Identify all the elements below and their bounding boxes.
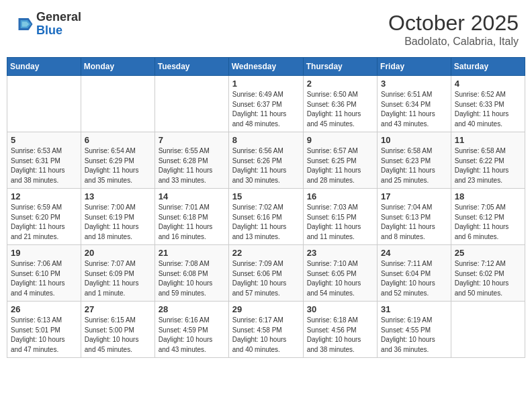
calendar-cell: 16Sunrise: 7:03 AM Sunset: 6:15 PM Dayli… (303, 189, 377, 245)
day-info: Sunrise: 7:07 AM Sunset: 6:09 PM Dayligh… (85, 259, 151, 298)
day-number: 1 (232, 79, 300, 89)
location-title: Badolato, Calabria, Italy (388, 36, 519, 48)
day-info: Sunrise: 6:59 AM Sunset: 6:20 PM Dayligh… (11, 203, 77, 242)
calendar-cell: 23Sunrise: 7:10 AM Sunset: 6:05 PM Dayli… (303, 245, 377, 302)
day-info: Sunrise: 6:17 AM Sunset: 4:58 PM Dayligh… (232, 316, 300, 355)
day-info: Sunrise: 7:08 AM Sunset: 6:08 PM Dayligh… (159, 259, 225, 298)
day-number: 28 (159, 304, 225, 314)
page-header: General Blue October 2025 Badolato, Cala… (7, 7, 525, 52)
day-info: Sunrise: 6:53 AM Sunset: 6:31 PM Dayligh… (11, 146, 77, 185)
day-number: 11 (455, 135, 521, 145)
day-number: 18 (455, 191, 521, 201)
day-header-wednesday: Wednesday (228, 58, 303, 76)
calendar-cell: 12Sunrise: 6:59 AM Sunset: 6:20 PM Dayli… (7, 189, 81, 245)
day-number: 19 (11, 248, 77, 258)
calendar-cell (451, 302, 525, 358)
day-header-saturday: Saturday (451, 58, 525, 76)
calendar-header-row: SundayMondayTuesdayWednesdayThursdayFrid… (7, 58, 525, 76)
day-number: 13 (85, 191, 151, 201)
day-number: 5 (11, 135, 77, 145)
title-block: October 2025 Badolato, Calabria, Italy (388, 11, 519, 48)
calendar-cell: 8Sunrise: 6:56 AM Sunset: 6:26 PM Daylig… (228, 132, 303, 189)
calendar-cell: 27Sunrise: 6:15 AM Sunset: 5:00 PM Dayli… (81, 302, 154, 358)
day-info: Sunrise: 6:50 AM Sunset: 6:36 PM Dayligh… (307, 90, 373, 129)
calendar-week-2: 5Sunrise: 6:53 AM Sunset: 6:31 PM Daylig… (7, 132, 525, 189)
day-info: Sunrise: 6:15 AM Sunset: 5:00 PM Dayligh… (85, 316, 151, 355)
calendar-cell: 31Sunrise: 6:19 AM Sunset: 4:55 PM Dayli… (378, 302, 451, 358)
calendar-table: SundayMondayTuesdayWednesdayThursdayFrid… (7, 57, 525, 358)
day-info: Sunrise: 6:58 AM Sunset: 6:22 PM Dayligh… (455, 146, 521, 185)
day-info: Sunrise: 6:55 AM Sunset: 6:28 PM Dayligh… (159, 146, 225, 185)
calendar-cell: 29Sunrise: 6:17 AM Sunset: 4:58 PM Dayli… (228, 302, 303, 358)
calendar-cell: 19Sunrise: 7:06 AM Sunset: 6:10 PM Dayli… (7, 245, 81, 302)
day-number: 20 (85, 248, 151, 258)
logo-text: General Blue (36, 11, 81, 38)
day-info: Sunrise: 7:03 AM Sunset: 6:15 PM Dayligh… (307, 203, 373, 242)
day-number: 26 (11, 304, 77, 314)
logo: General Blue (13, 11, 81, 38)
day-info: Sunrise: 7:06 AM Sunset: 6:10 PM Dayligh… (11, 259, 77, 298)
calendar-cell (7, 76, 81, 132)
day-info: Sunrise: 7:10 AM Sunset: 6:05 PM Dayligh… (307, 259, 373, 298)
calendar-cell: 7Sunrise: 6:55 AM Sunset: 6:28 PM Daylig… (154, 132, 228, 189)
day-number: 15 (232, 191, 300, 201)
day-number: 7 (159, 135, 225, 145)
calendar-cell: 3Sunrise: 6:51 AM Sunset: 6:34 PM Daylig… (378, 76, 451, 132)
calendar-week-4: 19Sunrise: 7:06 AM Sunset: 6:10 PM Dayli… (7, 245, 525, 302)
calendar-cell: 25Sunrise: 7:12 AM Sunset: 6:02 PM Dayli… (451, 245, 525, 302)
calendar-cell: 30Sunrise: 6:18 AM Sunset: 4:56 PM Dayli… (303, 302, 377, 358)
day-info: Sunrise: 6:18 AM Sunset: 4:56 PM Dayligh… (307, 316, 373, 355)
day-header-monday: Monday (81, 58, 154, 76)
calendar-cell: 6Sunrise: 6:54 AM Sunset: 6:29 PM Daylig… (81, 132, 154, 189)
logo-blue: Blue (36, 24, 81, 38)
day-number: 3 (381, 79, 447, 89)
calendar-week-5: 26Sunrise: 6:13 AM Sunset: 5:01 PM Dayli… (7, 302, 525, 358)
day-number: 6 (85, 135, 151, 145)
calendar-week-1: 1Sunrise: 6:49 AM Sunset: 6:37 PM Daylig… (7, 76, 525, 132)
day-number: 10 (381, 135, 447, 145)
calendar-cell: 21Sunrise: 7:08 AM Sunset: 6:08 PM Dayli… (154, 245, 228, 302)
day-number: 16 (307, 191, 373, 201)
month-title: October 2025 (388, 11, 519, 36)
day-info: Sunrise: 6:52 AM Sunset: 6:33 PM Dayligh… (455, 90, 521, 129)
calendar-cell: 5Sunrise: 6:53 AM Sunset: 6:31 PM Daylig… (7, 132, 81, 189)
day-info: Sunrise: 6:19 AM Sunset: 4:55 PM Dayligh… (381, 316, 447, 355)
day-number: 31 (381, 304, 447, 314)
day-info: Sunrise: 7:11 AM Sunset: 6:04 PM Dayligh… (381, 259, 447, 298)
day-header-tuesday: Tuesday (154, 58, 228, 76)
day-info: Sunrise: 7:05 AM Sunset: 6:12 PM Dayligh… (455, 203, 521, 242)
day-number: 17 (381, 191, 447, 201)
day-info: Sunrise: 6:51 AM Sunset: 6:34 PM Dayligh… (381, 90, 447, 129)
calendar-cell: 20Sunrise: 7:07 AM Sunset: 6:09 PM Dayli… (81, 245, 154, 302)
logo-general: General (36, 11, 81, 24)
calendar-cell: 10Sunrise: 6:58 AM Sunset: 6:23 PM Dayli… (378, 132, 451, 189)
day-number: 8 (232, 135, 300, 145)
calendar-cell: 26Sunrise: 6:13 AM Sunset: 5:01 PM Dayli… (7, 302, 81, 358)
calendar-cell: 13Sunrise: 7:00 AM Sunset: 6:19 PM Dayli… (81, 189, 154, 245)
calendar-cell: 14Sunrise: 7:01 AM Sunset: 6:18 PM Dayli… (154, 189, 228, 245)
calendar-cell: 24Sunrise: 7:11 AM Sunset: 6:04 PM Dayli… (378, 245, 451, 302)
day-info: Sunrise: 7:09 AM Sunset: 6:06 PM Dayligh… (232, 259, 300, 298)
day-number: 29 (232, 304, 300, 314)
calendar-cell: 1Sunrise: 6:49 AM Sunset: 6:37 PM Daylig… (228, 76, 303, 132)
calendar-week-3: 12Sunrise: 6:59 AM Sunset: 6:20 PM Dayli… (7, 189, 525, 245)
calendar-cell: 22Sunrise: 7:09 AM Sunset: 6:06 PM Dayli… (228, 245, 303, 302)
day-number: 22 (232, 248, 300, 258)
day-number: 24 (381, 248, 447, 258)
day-number: 25 (455, 248, 521, 258)
day-number: 12 (11, 191, 77, 201)
calendar-cell (154, 76, 228, 132)
day-number: 9 (307, 135, 373, 145)
day-info: Sunrise: 7:02 AM Sunset: 6:16 PM Dayligh… (232, 203, 300, 242)
calendar-cell: 11Sunrise: 6:58 AM Sunset: 6:22 PM Dayli… (451, 132, 525, 189)
day-info: Sunrise: 7:04 AM Sunset: 6:13 PM Dayligh… (381, 203, 447, 242)
calendar-cell: 4Sunrise: 6:52 AM Sunset: 6:33 PM Daylig… (451, 76, 525, 132)
calendar-cell: 28Sunrise: 6:16 AM Sunset: 4:59 PM Dayli… (154, 302, 228, 358)
day-info: Sunrise: 7:12 AM Sunset: 6:02 PM Dayligh… (455, 259, 521, 298)
calendar-cell: 2Sunrise: 6:50 AM Sunset: 6:36 PM Daylig… (303, 76, 377, 132)
calendar-cell: 18Sunrise: 7:05 AM Sunset: 6:12 PM Dayli… (451, 189, 525, 245)
day-info: Sunrise: 6:13 AM Sunset: 5:01 PM Dayligh… (11, 316, 77, 355)
calendar-cell: 15Sunrise: 7:02 AM Sunset: 6:16 PM Dayli… (228, 189, 303, 245)
day-number: 21 (159, 248, 225, 258)
calendar-cell: 17Sunrise: 7:04 AM Sunset: 6:13 PM Dayli… (378, 189, 451, 245)
